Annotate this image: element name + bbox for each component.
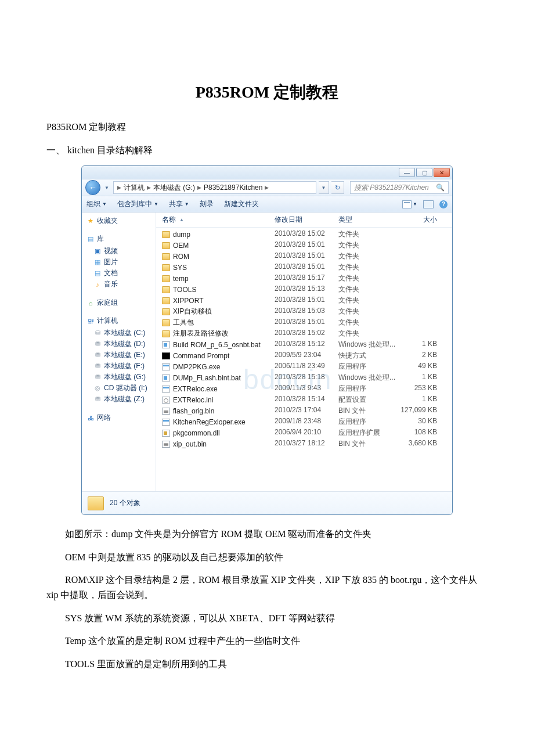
file-row[interactable]: pkgcommon.dll2006/9/4 20:10应用程序扩展108 KB xyxy=(156,427,452,438)
include-menu[interactable]: 包含到库中▼ xyxy=(117,199,158,209)
folder-icon xyxy=(162,286,170,293)
burn-button[interactable]: 刻录 xyxy=(200,199,214,209)
nav-videos[interactable]: ▣视频 xyxy=(86,246,156,257)
file-row[interactable]: 工具包2010/3/28 15:01文件夹 xyxy=(156,317,452,328)
file-date: 2010/3/28 15:01 xyxy=(275,318,338,327)
file-size xyxy=(396,307,437,316)
file-size xyxy=(396,240,437,250)
explorer-window: — ▢ ✕ ← ▼ ▶ 计算机 ▶ 本地磁盘 (G:) ▶ P83521897K… xyxy=(81,165,453,515)
cmd-icon xyxy=(162,352,170,359)
file-name: DMP2PKG.exe xyxy=(173,363,220,371)
nav-drive-z[interactable]: ⛃本地磁盘 (Z:) xyxy=(86,394,156,405)
col-size[interactable]: 大小 xyxy=(396,215,437,225)
para-dump: 如图所示：dump 文件夹是为分解官方 ROM 提取 OEM 驱动而准备的文件夹 xyxy=(46,527,488,542)
doc-subtitle: P835ROM 定制教程 xyxy=(46,120,488,135)
drive-icon: ⛃ xyxy=(93,351,102,359)
file-size: 3,680 KB xyxy=(396,439,437,449)
file-name: Command Prompt xyxy=(173,352,229,360)
para-temp: Temp 这个放置的是定制 ROM 过程中产生的一些临时文件 xyxy=(46,633,488,649)
file-row[interactable]: Command Prompt2009/5/9 23:04快捷方式2 KB xyxy=(156,350,452,361)
nav-pictures[interactable]: ▦图片 xyxy=(86,257,156,268)
file-type: 文件夹 xyxy=(338,240,396,250)
address-dropdown[interactable]: ▼ xyxy=(319,181,329,194)
file-type: 应用程序扩展 xyxy=(338,428,396,438)
search-input[interactable]: 搜索 P83521897Kitchen 🔍 xyxy=(350,181,449,194)
file-row[interactable]: flash_orig.bin2010/2/3 17:04BIN 文件127,09… xyxy=(156,405,452,416)
back-button[interactable]: ← xyxy=(85,180,100,195)
nav-favorites[interactable]: ★收藏夹 xyxy=(86,216,156,226)
crumb-folder[interactable]: P83521897Kitchen xyxy=(204,183,262,192)
close-button[interactable]: ✕ xyxy=(434,168,450,177)
file-row[interactable]: DMP2PKG.exe2006/11/8 23:49应用程序49 KB xyxy=(156,361,452,372)
file-size xyxy=(396,329,437,339)
refresh-button[interactable]: ↻ xyxy=(331,181,344,194)
file-row[interactable]: TOOLS2010/3/28 15:13文件夹 xyxy=(156,284,452,295)
file-row[interactable]: SYS2010/3/28 15:01文件夹 xyxy=(156,262,452,273)
maximize-button[interactable]: ▢ xyxy=(416,168,432,177)
para-oem: OEM 中则是放置 835 的驱动以及自己想要添加的软件 xyxy=(46,550,488,565)
share-menu[interactable]: 共享▼ xyxy=(169,199,189,209)
nav-drive-f[interactable]: ⛃本地磁盘 (F:) xyxy=(86,361,156,372)
nav-drive-g[interactable]: ⛃本地磁盘 (G:) xyxy=(86,372,156,383)
preview-pane-button[interactable] xyxy=(423,200,434,208)
file-rows: dump2010/3/28 15:02文件夹OEM2010/3/28 15:01… xyxy=(156,228,452,491)
nav-drive-i[interactable]: ◎CD 驱动器 (I:) xyxy=(86,383,156,394)
help-button[interactable]: ? xyxy=(439,200,448,208)
para-rom: ROM\XIP 这个目录结构是 2 层，ROM 根目录放置 XIP 文件夹，XI… xyxy=(46,573,488,602)
nav-drive-d[interactable]: ⛃本地磁盘 (D:) xyxy=(86,339,156,350)
file-size: 49 KB xyxy=(396,362,437,372)
col-type[interactable]: 类型 xyxy=(338,215,396,225)
crumb-computer[interactable]: 计算机 xyxy=(124,183,145,193)
folder-icon xyxy=(162,242,170,249)
folder-icon xyxy=(162,297,170,304)
breadcrumb[interactable]: ▶ 计算机 ▶ 本地磁盘 (G:) ▶ P83521897Kitchen ▶ xyxy=(113,181,316,194)
newfolder-button[interactable]: 新建文件夹 xyxy=(224,199,259,209)
chevron-right-icon: ▶ xyxy=(196,185,203,190)
crumb-drive[interactable]: 本地磁盘 (G:) xyxy=(153,183,195,193)
nav-computer[interactable]: 🖳计算机 xyxy=(86,316,156,326)
nav-drive-c[interactable]: ⛁本地磁盘 (C:) xyxy=(86,327,156,339)
history-dropdown[interactable]: ▼ xyxy=(103,180,111,195)
nav-documents[interactable]: ▤文档 xyxy=(86,268,156,279)
file-type: 文件夹 xyxy=(338,229,396,239)
chevron-right-icon: ▶ xyxy=(264,185,270,190)
file-row[interactable]: XIPPORT2010/3/28 15:01文件夹 xyxy=(156,295,452,306)
nav-homegroup[interactable]: ⌂家庭组 xyxy=(86,298,156,308)
file-name: XIPPORT xyxy=(173,297,203,305)
file-row[interactable]: EXTReloc.exe2009/11/3 9:43应用程序253 KB xyxy=(156,383,452,394)
search-placeholder: 搜索 P83521897Kitchen xyxy=(354,183,429,193)
file-date: 2009/1/8 23:48 xyxy=(275,417,338,427)
file-type: 文件夹 xyxy=(338,285,396,294)
nav-drive-e[interactable]: ⛃本地磁盘 (E:) xyxy=(86,350,156,361)
file-row[interactable]: DUMp_FLash.bint.bat2010/3/28 15:18Window… xyxy=(156,372,452,383)
file-row[interactable]: KitchenRegExloper.exe2009/1/8 23:48应用程序3… xyxy=(156,416,452,427)
file-name: SYS xyxy=(173,264,187,272)
nav-pane: ★收藏夹 ▤库 ▣视频 ▦图片 ▤文档 ♪音乐 ⌂家庭组 🖳计算机 ⛁本地磁盘 … xyxy=(82,213,156,491)
file-row[interactable]: xip_out.bin2010/3/27 18:12BIN 文件3,680 KB xyxy=(156,438,452,449)
file-type: 应用程序 xyxy=(338,417,396,427)
col-name[interactable]: 名称▲ xyxy=(158,215,275,225)
nav-music[interactable]: ♪音乐 xyxy=(86,279,156,290)
cd-drive-icon: ◎ xyxy=(93,384,102,393)
organize-menu[interactable]: 组织▼ xyxy=(86,199,107,209)
view-menu[interactable]: ▼ xyxy=(402,200,417,208)
file-row[interactable]: XIP自动移植2010/3/28 15:03文件夹 xyxy=(156,306,452,317)
minimize-button[interactable]: — xyxy=(399,168,415,177)
file-type: Windows 批处理... xyxy=(338,373,396,383)
file-date: 2010/3/28 15:17 xyxy=(275,273,338,283)
file-row[interactable]: OEM2010/3/28 15:01文件夹 xyxy=(156,240,452,251)
file-type: 文件夹 xyxy=(338,329,396,339)
col-date[interactable]: 修改日期 xyxy=(275,215,338,225)
file-row[interactable]: temp2010/3/28 15:17文件夹 xyxy=(156,273,452,284)
file-row[interactable]: ROM2010/3/28 15:01文件夹 xyxy=(156,251,452,262)
file-row[interactable]: EXTReloc.ini2010/3/28 15:14配置设置1 KB xyxy=(156,394,452,405)
nav-libraries[interactable]: ▤库 xyxy=(86,234,156,244)
ini-icon xyxy=(162,397,170,404)
file-row[interactable]: dump2010/3/28 15:02文件夹 xyxy=(156,229,452,240)
file-row[interactable]: Build ROM_p_6.5_osnbt.bat2010/3/28 15:12… xyxy=(156,339,452,350)
file-type: 应用程序 xyxy=(338,384,396,394)
status-bar: 20 个对象 xyxy=(82,491,452,514)
nav-network[interactable]: 🖧网络 xyxy=(86,413,156,423)
file-name: TOOLS xyxy=(173,286,196,294)
file-row[interactable]: 注册表及路径修改2010/3/28 15:02文件夹 xyxy=(156,328,452,339)
